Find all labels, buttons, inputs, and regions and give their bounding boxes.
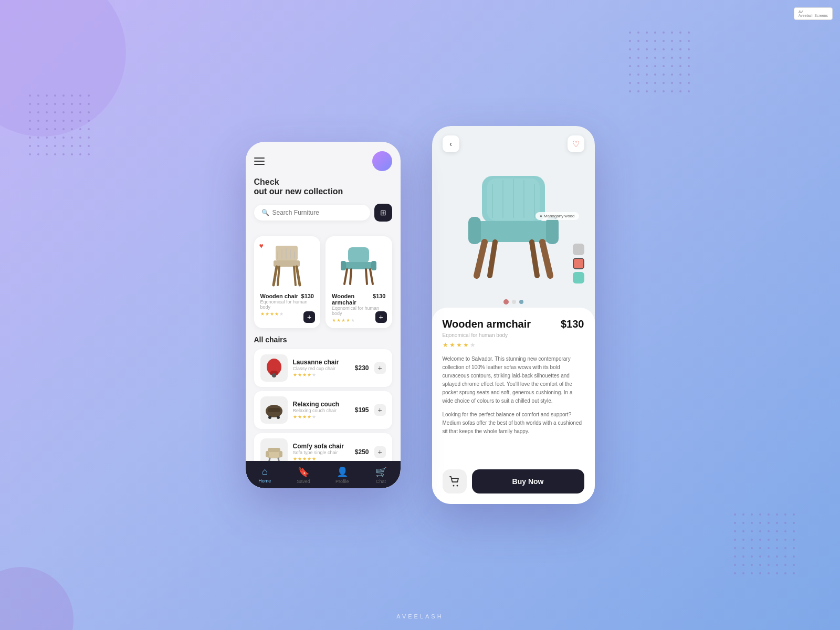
comfy-stars: ★★★★★ [293,456,350,461]
search-icon: 🔍 [261,209,269,216]
svg-line-40 [532,242,537,276]
svg-point-46 [453,485,454,487]
detail-title: Wooden armchair [443,318,531,330]
material-tag: ● Mahogany wood [536,212,579,220]
svg-line-38 [542,242,550,276]
cart-button[interactable] [443,469,467,494]
search-bar[interactable]: 🔍 [254,205,370,220]
lausanne-name: Lausanne chair [293,359,350,366]
profile-icon: 👤 [337,466,348,478]
dot-3[interactable] [519,300,523,304]
buy-now-label: Buy Now [512,477,544,486]
svg-rect-35 [468,217,481,244]
lausanne-info: Lausanne chair Classy red cup chair ★★★★… [293,359,350,377]
swatch-gray[interactable] [573,244,584,255]
nav-home[interactable]: ⌂ Home [246,466,285,484]
filter-icon: ⊞ [380,208,386,217]
watermark-subtitle: Aveelash Screens [799,14,828,17]
wishlist-button[interactable]: ♡ [568,135,584,152]
dot-2[interactable] [512,300,516,304]
product-price-2: $130 [373,293,385,299]
watermark-initials: AV [799,10,828,14]
featured-products-row: ♥ [254,236,392,328]
nav-home-label: Home [258,478,271,484]
back-button[interactable]: ‹ [443,135,459,152]
list-item-comfy: Comfy sofa chair Sofa type single chair … [254,433,392,461]
filter-button[interactable]: ⊞ [374,204,392,222]
add-button-2[interactable]: + [375,311,387,323]
avatar[interactable] [372,151,392,171]
detail-img-container: ● Mahogany wood [432,158,595,294]
product-name-2: Wooden armchair [332,293,373,306]
svg-line-16 [370,269,373,284]
comfy-price: $250 [355,448,369,456]
nav-chat[interactable]: 🛒 Chat [362,466,401,484]
phone1-home: Check out our new collection 🔍 ⊞ Chairs … [246,142,401,488]
svg-point-24 [268,416,271,419]
svg-line-18 [366,269,367,284]
chat-icon: 🛒 [375,466,387,478]
add-button-1[interactable]: + [303,311,315,323]
lausanne-price: $230 [355,364,369,372]
list-item-lausanne: Lausanne chair Classy red cup chair ★★★★… [254,349,392,387]
lausanne-add[interactable]: + [374,362,386,374]
product-card-wooden-chair: ♥ [254,236,321,328]
bottom-nav: ⌂ Home 🔖 Saved 👤 Profile 🛒 Chat [246,461,401,488]
svg-rect-34 [476,221,551,242]
svg-line-4 [278,267,279,285]
svg-rect-36 [546,217,559,244]
brand-text: AVEELASH [396,613,443,620]
nav-profile[interactable]: 👤 Profile [323,466,362,484]
comfy-add[interactable]: + [374,446,386,458]
product-price-1: $130 [301,293,314,299]
comfy-name: Comfy sofa chair [293,443,350,450]
phones-wrapper: Check out our new collection 🔍 ⊞ Chairs … [246,126,595,504]
svg-line-3 [297,267,300,285]
heart-badge[interactable]: ♥ [259,242,264,250]
svg-rect-13 [341,261,346,270]
hamburger-icon[interactable] [254,158,265,165]
hero-text: Check out our new collection [254,177,392,196]
list-item-relaxing: Relaxing couch Relaxing couch chair ★★★★… [254,391,392,429]
swatch-red[interactable] [573,258,584,269]
saved-icon: 🔖 [298,466,309,478]
detail-stars: ★★★★★ [443,341,584,349]
svg-rect-12 [344,262,373,269]
svg-rect-23 [268,408,280,412]
relaxing-stars: ★★★★★ [293,414,350,419]
product-card-img-chair [259,242,316,289]
detail-title-row: Wooden armchair $130 [443,318,584,330]
comfy-info: Comfy sofa chair Sofa type single chair … [293,443,350,461]
svg-point-25 [277,416,280,419]
relaxing-info: Relaxing couch Relaxing couch chair ★★★★… [293,401,350,419]
svg-line-37 [477,242,485,276]
svg-point-47 [456,485,458,487]
svg-rect-28 [279,451,282,457]
phone1-header [254,151,392,171]
dot-1[interactable] [503,299,509,304]
svg-line-39 [490,242,495,276]
hero-line1: Check [254,177,392,187]
lausanne-sub: Classy red cup chair [293,366,350,371]
nav-saved-label: Saved [297,479,310,484]
detail-chair-img [461,168,566,289]
hero-line2: out our new collection [254,187,392,196]
detail-header: ‹ ♡ [432,126,595,158]
svg-line-5 [294,267,296,285]
search-input[interactable] [272,209,363,216]
dots-indicator [432,294,595,308]
detail-subtitle: Eqonomical for human body [443,332,584,338]
relaxing-add[interactable]: + [374,404,386,416]
relaxing-price: $195 [355,406,369,414]
detail-desc-2: Looking for the perfect balance of comfo… [443,411,584,436]
detail-desc-1: Welcome to Salvador. This stunning new c… [443,355,584,405]
svg-line-2 [274,267,277,285]
buy-now-button[interactable]: Buy Now [472,469,584,494]
home-icon: ⌂ [262,466,268,477]
swatch-teal[interactable] [573,272,584,284]
comfy-sub: Sofa type single chair [293,450,350,455]
nav-saved[interactable]: 🔖 Saved [284,466,323,484]
detail-actions: Buy Now [432,464,595,504]
svg-rect-11 [348,247,369,263]
product-name-1: Wooden chair [260,293,299,299]
